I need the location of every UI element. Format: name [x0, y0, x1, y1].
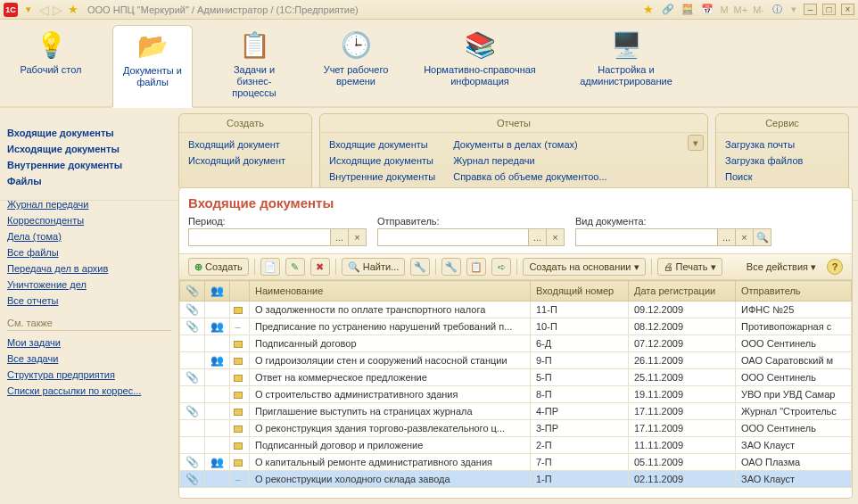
period-clear-button[interactable]: ×	[349, 228, 367, 246]
section-documents[interactable]: 📂 Документы и файлы	[112, 25, 193, 108]
nav-outgoing[interactable]: Исходящие документы	[7, 141, 171, 157]
table-row[interactable]: О строительство административного здания…	[180, 386, 852, 403]
attach-button[interactable]: 🔧	[441, 258, 461, 276]
cmd-rep-volumes[interactable]: Документы в делах (томах)	[453, 136, 606, 153]
table-wrap[interactable]: 📎 👥 Наименование Входящий номер Дата рег…	[179, 280, 852, 498]
doctype-search-button[interactable]: 🔍	[754, 228, 771, 246]
col-people[interactable]: 👥	[205, 281, 230, 302]
cell-kind	[230, 454, 250, 471]
period-select-button[interactable]: ...	[331, 228, 349, 246]
doctype-clear-button[interactable]: ×	[736, 228, 754, 246]
create-button[interactable]: ⊕Создать	[188, 258, 249, 276]
cmd-rep-volume-info[interactable]: Справка об объеме документоо...	[453, 169, 606, 185]
doctype-input[interactable]	[575, 228, 718, 246]
delete-button[interactable]: ✖	[310, 258, 330, 276]
nav-fwd-icon[interactable]: ▷	[53, 3, 62, 17]
table-row[interactable]: 📎Приглашение выступить на страницах журн…	[180, 403, 852, 420]
table-row[interactable]: 📎Ответ на коммерческое предложение5-П25.…	[180, 369, 852, 386]
list-button[interactable]: 📋	[466, 258, 486, 276]
nav-mailing[interactable]: Списки рассылки по коррес...	[7, 383, 171, 399]
nav-internal[interactable]: Внутренние документы	[7, 157, 171, 173]
m-button[interactable]: М	[720, 4, 728, 15]
cmd-load-files[interactable]: Загрузка файлов	[725, 153, 839, 169]
find-button[interactable]: 🔍Найти...	[342, 258, 406, 276]
all-actions-button[interactable]: Все действия ▾	[741, 258, 821, 276]
nav-allfiles[interactable]: Все файлы	[7, 244, 171, 260]
maximize-button[interactable]: □	[822, 4, 836, 15]
calc-icon[interactable]: 🧮	[681, 3, 695, 17]
cmd-load-mail[interactable]: Загрузка почты	[725, 136, 839, 153]
favorite-icon[interactable]: ★	[66, 3, 80, 17]
nav-corr[interactable]: Корреспонденты	[7, 212, 171, 228]
edit-button[interactable]: ✎	[285, 258, 305, 276]
cmd-rep-outgoing[interactable]: Исходящие документы	[329, 153, 435, 169]
create-based-button[interactable]: Создать на основании ▾	[523, 258, 645, 276]
nav-org[interactable]: Структура предприятия	[7, 367, 171, 383]
table-row[interactable]: Подписанный договор и приложение2-П11.11…	[180, 437, 852, 454]
col-number[interactable]: Входящий номер	[531, 281, 629, 302]
table-row[interactable]: 📎👥О капитальный ремонте административног…	[180, 454, 852, 471]
sender-clear-button[interactable]: ×	[547, 228, 565, 246]
section-refs[interactable]: 📚 Нормативно-справочная информация	[417, 25, 542, 106]
section-desktop[interactable]: 💡 Рабочий стол	[11, 25, 91, 106]
nav-back-icon[interactable]: ◁	[39, 3, 49, 17]
table-row[interactable]: О реконструкция здания торгово-развлекат…	[180, 420, 852, 437]
table-row[interactable]: 📎О задолженности по оплате транспортного…	[180, 302, 852, 318]
cmd-search[interactable]: Поиск	[725, 169, 839, 185]
nav-incoming[interactable]: Входящие документы	[7, 125, 171, 141]
period-input[interactable]	[188, 228, 331, 246]
table-row[interactable]: 📎–О реконструкции холодного склада завод…	[180, 471, 852, 488]
dropdown-icon[interactable]: ▾	[21, 3, 36, 17]
left-nav: Входящие документы Исходящие документы В…	[7, 125, 171, 399]
export-button[interactable]: ➪	[491, 258, 511, 276]
nav-allreports[interactable]: Все отчеты	[7, 293, 171, 309]
paperclip-icon: 📎	[186, 285, 199, 297]
star-icon[interactable]: ★	[641, 3, 656, 17]
nav-destroy[interactable]: Уничтожение дел	[7, 277, 171, 293]
section-time[interactable]: 🕒 Учет рабочего времени	[316, 25, 396, 106]
table-row[interactable]: Подписанный договор6-Д07.12.2009ООО Сент…	[180, 335, 852, 352]
nav-alltasks[interactable]: Все задачи	[7, 351, 171, 367]
help-button[interactable]: ?	[827, 259, 843, 275]
clear-find-button[interactable]: 🔧	[410, 258, 430, 276]
cmd-rep-internal[interactable]: Внутренние документы	[329, 169, 435, 185]
print-button[interactable]: 🖨 Печать ▾	[657, 258, 722, 276]
nav-volumes[interactable]: Дела (тома)	[7, 228, 171, 244]
cmd-rep-incoming[interactable]: Входящие документы	[329, 136, 435, 153]
nav-journal[interactable]: Журнал передачи	[7, 196, 171, 212]
doctype-select-button[interactable]: ...	[718, 228, 736, 246]
reports-more-button[interactable]: ▾	[688, 135, 704, 151]
calendar-icon[interactable]: 📅	[700, 3, 714, 17]
cell-name: О задолженности по оплате транспортного …	[250, 302, 531, 318]
sender-input[interactable]	[377, 228, 529, 246]
cmd-rep-journal[interactable]: Журнал передачи	[453, 153, 606, 169]
table-row[interactable]: 👥О гидроизоляции стен и сооружений насос…	[180, 352, 852, 369]
cmd-create-incoming[interactable]: Входящий документ	[188, 136, 302, 153]
cmd-create-outgoing[interactable]: Исходящий документ	[188, 153, 302, 169]
close-button[interactable]: ×	[841, 4, 854, 15]
cell-number: 11-П	[531, 302, 629, 318]
m-minus-button[interactable]: М-	[753, 4, 764, 15]
info-icon[interactable]: ⓘ	[770, 3, 784, 17]
copy-button[interactable]: 📄	[260, 258, 280, 276]
col-sender[interactable]: Отправитель	[736, 281, 852, 302]
section-tasks[interactable]: 📋 Задачи и бизнес-процессы	[214, 25, 294, 106]
sender-select-button[interactable]: ...	[529, 228, 547, 246]
cell-name: О гидроизоляции стен и сооружений насосн…	[250, 352, 531, 369]
table-row[interactable]: 📎👥–Предписание по устранению нарушений т…	[180, 318, 852, 335]
col-name[interactable]: Наименование	[250, 281, 531, 302]
nav-mytasks[interactable]: Мои задачи	[7, 335, 171, 351]
cell-kind	[230, 335, 250, 352]
col-tree[interactable]	[230, 281, 250, 302]
col-clip[interactable]: 📎	[180, 281, 205, 302]
cell-number: 3-ПР	[531, 420, 629, 437]
col-date[interactable]: Дата регистрации	[629, 281, 736, 302]
nav-files[interactable]: Файлы	[7, 173, 171, 189]
cell-clip: 📎	[180, 454, 205, 471]
links-icon[interactable]: 🔗	[661, 3, 675, 17]
section-admin[interactable]: 🖥️ Настройка и администрирование	[564, 25, 689, 106]
minimize-button[interactable]: –	[804, 4, 817, 15]
m-plus-button[interactable]: М+	[734, 4, 748, 15]
nav-archive[interactable]: Передача дел в архив	[7, 260, 171, 277]
see-also-label: См. также	[7, 318, 171, 331]
